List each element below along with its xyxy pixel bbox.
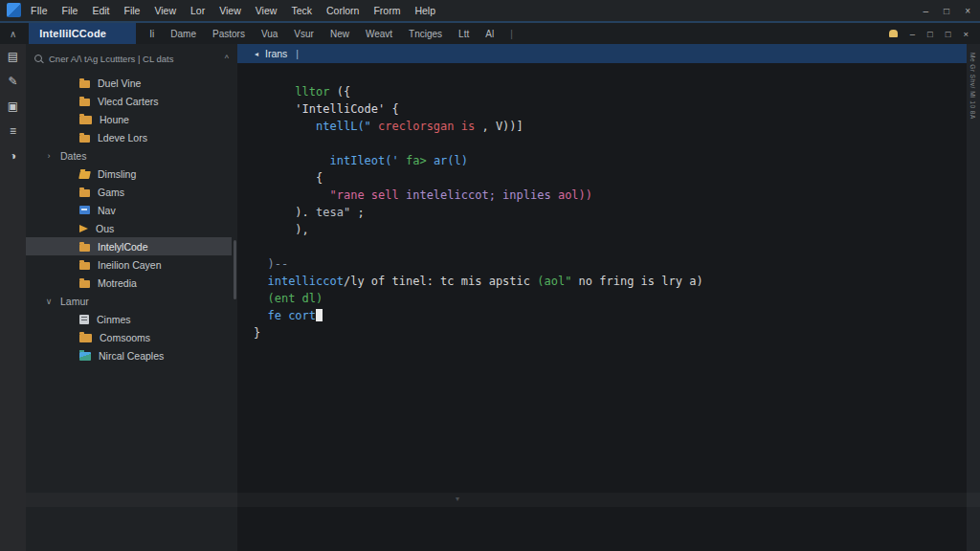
files-icon[interactable]: ▤ — [8, 50, 18, 63]
sidebar-item-lamur[interactable]: ∨Lamur — [26, 292, 237, 310]
toolbar-item-dame[interactable]: Dame — [170, 29, 196, 39]
chevron-up-icon[interactable]: ^ — [225, 54, 229, 63]
chevron-down-icon: ∨ — [45, 297, 53, 306]
code-token: { — [254, 171, 323, 185]
code-line-6: { — [254, 169, 967, 187]
toolbar-item-al[interactable]: Al — [485, 29, 494, 39]
edit-icon[interactable]: ✎ — [8, 75, 17, 88]
restore-button[interactable]: □ — [946, 29, 951, 39]
sidebar-item-houne[interactable]: Houne — [26, 110, 237, 128]
code-line-1: lltor ({ — [254, 83, 967, 100]
search-text: Cner A/\ tAg Lcuttters | CL dats — [49, 54, 173, 64]
sidebar-item-ineilion-cayen[interactable]: Ineilion Cayen — [26, 255, 237, 274]
code-line-5: intIleot(' fa> ar(l) — [254, 152, 967, 169]
play-yellow-icon — [79, 225, 88, 232]
minimize-button[interactable]: – — [924, 6, 929, 16]
code-token — [427, 154, 434, 167]
menu-item-file-1[interactable]: File — [62, 5, 78, 16]
code-token: 'IntelliCode' { — [254, 102, 399, 116]
code-area[interactable]: lltor ({ 'IntelliCode' { ntellL(" creclo… — [237, 63, 967, 342]
sidebar-item-duel-vine[interactable]: Duel Vine — [26, 74, 237, 92]
breadcrumb[interactable]: Irans — [265, 48, 287, 59]
active-tab-intellicode[interactable]: IntelliICCode — [29, 23, 136, 44]
close-button[interactable]: × — [963, 29, 969, 39]
code-token — [371, 120, 378, 133]
code-token: ). — [254, 206, 316, 219]
menu-item-view-6[interactable]: View — [219, 5, 241, 16]
toolbar-item-pastors[interactable]: Pastors — [212, 29, 245, 39]
toolbar-item-ii[interactable]: Ii — [149, 29, 154, 39]
code-line-8: ). tesa" ; — [254, 204, 967, 221]
sidebar-item-dimsling[interactable]: Dimsling — [26, 165, 237, 183]
code-line-7: "rane sell inteleliccot; inplies aol)) — [254, 187, 967, 204]
code-token: )-- — [267, 257, 288, 271]
code-line-2: 'IntelliCode' { — [254, 100, 967, 118]
code-line-11: )-- — [254, 255, 967, 273]
close-button[interactable]: × — [965, 6, 970, 16]
code-token — [254, 188, 329, 202]
notebook-icon[interactable]: ≡ — [10, 124, 16, 138]
code-token — [399, 154, 406, 167]
menu-item-file-3[interactable]: File — [124, 5, 141, 16]
code-line-9: ), — [254, 221, 967, 238]
code-line-12: intelliccot/ly of tinel: tc mis apstic (… — [254, 273, 967, 290]
menu-item-file-0[interactable]: FIle — [31, 5, 48, 16]
sidebar-item-vlecd-carters[interactable]: Vlecd Carters — [26, 92, 237, 110]
sidebar-item-label: Dimsling — [98, 168, 136, 180]
menu-item-view-7[interactable]: View — [256, 5, 278, 16]
menu-item-lor-5[interactable]: Lor — [190, 5, 205, 16]
menu-item-edit-2[interactable]: Edit — [92, 5, 109, 16]
code-token: creclorsgan is — [378, 120, 475, 133]
sidebar-item-label: Motredia — [98, 277, 137, 289]
restore-button[interactable]: □ — [927, 29, 933, 39]
sidebar-item-ous[interactable]: Ous — [26, 219, 237, 237]
toolbar-item-tnciges[interactable]: Tnciges — [409, 29, 442, 39]
triangle-left-icon[interactable]: ◂ — [255, 50, 258, 58]
code-line-13: (ent dl) — [254, 290, 967, 307]
minimize-button[interactable]: – — [910, 29, 915, 39]
toolbar-items: IiDamePastorsVuaVsurNewWeavtTncigesLttAl… — [149, 29, 512, 39]
debug-icon[interactable]: ◑ — [10, 149, 16, 163]
sidebar-item-motredia[interactable]: Motredia — [26, 274, 237, 292]
menu-item-teck-8[interactable]: Teck — [291, 5, 312, 16]
editor-pane: ◂ Irans | lltor ({ 'IntelliCode' { ntell… — [237, 44, 967, 551]
code-line-14: fe cort — [254, 307, 967, 324]
sidebar-item-comsooms[interactable]: Comsooms — [26, 328, 237, 346]
menu-item-corlorn-9[interactable]: Corlorn — [326, 5, 359, 16]
text-cursor — [316, 309, 323, 321]
toolbar-item-new[interactable]: New — [330, 29, 349, 39]
menu-item-frorm-10[interactable]: Frorm — [373, 5, 400, 16]
maximize-button[interactable]: □ — [944, 6, 949, 16]
sidebar-item-label: Houne — [100, 114, 129, 125]
extensions-icon[interactable]: ▣ — [8, 99, 18, 113]
bell-icon[interactable] — [889, 30, 898, 37]
code-token — [254, 257, 267, 271]
sidebar-item-cinmes[interactable]: Cinmes — [26, 310, 237, 328]
sidebar-search[interactable]: Cner A/\ tAg Lcuttters | CL dats ^ — [26, 49, 237, 68]
breadcrumb-cursor: | — [296, 48, 299, 59]
toolbar-item-ltt[interactable]: Ltt — [458, 29, 469, 39]
folder-big-icon — [79, 334, 92, 342]
sidebar-item-dates[interactable]: ›Dates — [26, 146, 237, 165]
toolbar-item-vua[interactable]: Vua — [261, 29, 278, 39]
code-token: /ly of tinel: tc mis apstic — [344, 275, 537, 288]
sidebar-item-nircal-ceaples[interactable]: Nircal Ceaples — [26, 346, 237, 364]
toolbar-separator: | — [510, 29, 513, 39]
code-token: intIleot(' — [329, 154, 398, 167]
toolbar-item-weavt[interactable]: Weavt — [366, 29, 392, 39]
code-token: } — [254, 326, 260, 340]
sidebar-item-label: Ineilion Cayen — [98, 259, 162, 271]
menu-item-view-4[interactable]: View — [154, 5, 176, 16]
code-token — [254, 154, 329, 167]
toolbar-item-vsur[interactable]: Vsur — [294, 29, 314, 39]
sidebar-item-nav[interactable]: Nav — [26, 201, 237, 219]
sidebar-item-ldeve-lors[interactable]: Ldeve Lors — [26, 128, 237, 146]
code-token: intelliccot — [267, 275, 343, 288]
folder-icon — [79, 244, 90, 252]
sidebar-scrollbar[interactable] — [234, 240, 236, 299]
code-token: ({ — [329, 85, 350, 99]
sidebar-item-intelylcode[interactable]: IntelylCode — [26, 237, 232, 255]
sidebar-item-gams[interactable]: Gams — [26, 183, 237, 201]
code-token: ; — [350, 206, 364, 219]
menu-item-help-11[interactable]: Help — [414, 5, 435, 16]
